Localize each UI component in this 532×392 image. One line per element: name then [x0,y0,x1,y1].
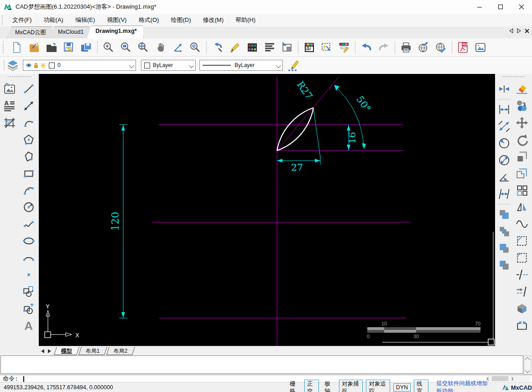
zoom-center-icon[interactable] [188,40,203,55]
break-icon[interactable] [514,267,530,283]
tab-mxcloud1[interactable]: MxCloud1 [49,26,90,38]
menu-function[interactable]: 功能(A) [38,14,69,26]
offset-icon[interactable] [514,165,530,182]
hatch-icon[interactable] [1,115,18,131]
layer-colorbar-icon[interactable] [302,40,317,55]
irregular-polygon-icon[interactable] [21,148,37,165]
tab-model[interactable]: 模型 [54,347,79,355]
fillet-icon[interactable] [514,250,530,266]
break-at-point-icon[interactable] [496,81,512,97]
draw-order-front-icon[interactable] [496,206,512,223]
toggle-ortho[interactable]: 正交 [304,380,319,392]
toggle-grid[interactable]: 栅格 [287,380,301,392]
fit-curve-icon[interactable] [514,216,530,232]
circle-icon[interactable] [21,199,37,215]
draw-order-below-icon[interactable] [496,257,512,273]
minimize-button[interactable] [469,0,490,14]
web-edit-icon[interactable] [433,40,449,55]
insert-block-icon[interactable] [21,283,37,300]
attach-image-icon[interactable] [1,81,18,97]
menu-modify[interactable]: 修改(M) [197,14,229,26]
maximize-button[interactable] [490,0,511,14]
ellipse-icon[interactable] [21,233,37,249]
prev-layout-icon[interactable] [39,347,46,355]
dim-diameter-icon[interactable] [496,152,512,168]
color-combo[interactable]: ByLayer [141,60,196,71]
next-tab-icon[interactable] [517,28,521,33]
command-hscrollbar[interactable]: ❮ ❯ [486,376,530,382]
ellipse-arc-icon[interactable] [21,250,37,266]
toggle-dyn[interactable]: DYN [393,383,411,392]
scroll-up-icon[interactable] [525,357,530,362]
dim-linear-icon[interactable] [496,101,512,118]
toggle-lineweight[interactable]: 线宽 [414,380,428,392]
select-window-icon[interactable] [279,40,295,55]
zoom-extents-icon[interactable] [136,40,151,55]
dim-angular-icon[interactable] [496,169,512,185]
array-icon[interactable] [514,182,530,199]
undo-icon[interactable] [359,40,374,55]
polyline-icon[interactable] [21,115,37,131]
close-button[interactable] [511,0,532,14]
line-icon[interactable] [21,81,37,97]
create-block-icon[interactable] [21,300,37,317]
copy-icon[interactable] [514,98,530,114]
open-file-icon[interactable] [26,40,42,55]
text-style-icon[interactable] [262,40,277,55]
erase-icon[interactable] [514,81,530,97]
text-paragraph-icon[interactable]: A [1,98,18,114]
open-folder-icon[interactable] [44,40,59,55]
tab-drawing1[interactable]: Drawing1.mxg* [87,26,143,38]
feedback-link[interactable]: 提交软件问题或增加新功能 [436,380,491,392]
zoom-window-icon[interactable] [118,40,134,55]
pdf-export-icon[interactable]: PDF [455,40,471,55]
linetype-combo[interactable]: ByLayer [199,60,283,71]
rotate-icon[interactable] [514,131,530,148]
menu-edit[interactable]: 编辑(E) [69,14,101,26]
arc-icon[interactable] [21,182,37,199]
format-brush-icon[interactable] [336,40,352,55]
text-icon[interactable]: A [21,317,37,334]
next-layout-icon[interactable] [46,347,53,355]
move-icon[interactable] [514,115,530,131]
command-history[interactable]: 选择直线段1: 选择直线段2: 命令: *取消* [0,355,523,374]
zoom-scale-icon[interactable] [101,40,116,55]
construction-line-icon[interactable] [21,98,37,114]
rectangle-icon[interactable] [21,165,37,182]
new-file-icon[interactable] [9,40,25,55]
insert-image-icon[interactable] [473,40,488,55]
drawing-canvas[interactable]: 16 27 120 R27 50° Y X 10 70 0 30 [39,74,495,346]
command-scrollbar[interactable] [524,355,531,375]
dim-continue-icon[interactable] [496,186,512,202]
frame-corner-grip[interactable] [488,339,494,345]
ucs-axes-icon[interactable] [170,40,186,55]
tab-layout1[interactable]: 布局1 [78,347,107,355]
mirror-icon[interactable] [514,199,530,215]
save-icon[interactable] [61,40,77,55]
dim-aligned-icon[interactable] [496,118,512,135]
layers-icon[interactable] [6,59,19,71]
redo-icon[interactable] [376,40,391,55]
layer-combo[interactable]: 0 [23,60,136,71]
draw-pencil-icon[interactable] [227,40,243,55]
print-icon[interactable] [398,40,414,55]
tab-layout2[interactable]: 布局2 [106,347,135,355]
color-palette-icon[interactable] [245,40,260,55]
linetype-edit-icon[interactable] [287,59,299,72]
close-tab-icon[interactable] [525,29,529,33]
chamfer-icon[interactable] [514,233,530,249]
prev-tab-icon[interactable] [509,28,513,33]
menu-help[interactable]: 帮助(H) [229,14,261,26]
explode-icon[interactable] [514,300,530,317]
menu-file[interactable]: 文件(F) [6,14,38,26]
point-icon[interactable] [21,267,37,283]
polygon-icon[interactable] [21,131,37,148]
menu-view[interactable]: 视图(V) [101,14,132,26]
draw-order-above-icon[interactable] [496,240,512,256]
scale-icon[interactable] [514,148,530,165]
toggle-polar[interactable]: 极轴 [322,380,336,392]
scroll-down-icon[interactable] [525,368,530,373]
tab-mxcad-cloud[interactable]: MxCAD云图 [6,26,53,38]
spline-icon[interactable] [21,216,37,232]
toggle-otrack[interactable]: 对象追踪 [366,380,390,392]
